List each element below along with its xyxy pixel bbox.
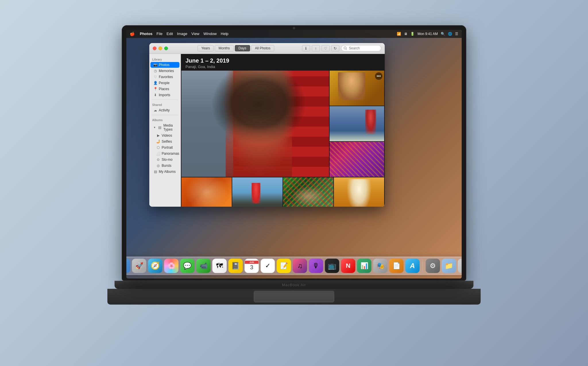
panoramas-icon: ⬜ [156, 152, 160, 156]
share-button[interactable]: ↑ [312, 45, 320, 51]
dock-app-numbers[interactable]: 📊 [357, 259, 372, 273]
media-types-icon: ▤ [158, 125, 162, 129]
dock-app-messages[interactable]: 💬 [180, 259, 195, 273]
dock-app-music[interactable]: ♫ [293, 259, 307, 273]
triangle-icon: ▼ [153, 126, 156, 129]
dock-app-photos[interactable]: 🌸 [164, 259, 179, 273]
photo-dancer[interactable] [334, 177, 384, 207]
dock-app-safari[interactable]: 🧭 [148, 259, 163, 273]
control-center-icon[interactable]: ☰ [455, 32, 458, 36]
sidebar-item-panoramas[interactable]: ⬜ Panoramas [150, 151, 179, 156]
search-input[interactable] [341, 45, 381, 51]
screen-mirror-icon: 🖥 [404, 32, 407, 36]
podcasts-icon: 🎙 [313, 262, 320, 270]
dock-app-reminders[interactable]: ✓ [261, 259, 275, 273]
photo-woman-balcony[interactable] [330, 106, 384, 141]
more-options-button[interactable]: ••• [375, 72, 382, 80]
dock-app-trash[interactable]: 🗑 [458, 259, 462, 273]
file-menu[interactable]: File [156, 32, 163, 36]
dock-app-podcasts[interactable]: 🎙 [309, 259, 323, 273]
photo-orange-woman[interactable] [181, 177, 232, 207]
siri-icon[interactable]: 🌐 [448, 32, 452, 36]
dock-app-systemprefs[interactable]: ⚙ [426, 259, 440, 273]
sidebar-media-types-label: Media Types [163, 123, 177, 131]
photo-colorful-wrap[interactable] [330, 142, 384, 177]
view-menu[interactable]: View [192, 32, 200, 36]
dock-app-news[interactable]: N [341, 259, 355, 273]
videos-icon: ▶ [156, 133, 160, 138]
dock-app-pages[interactable]: 📄 [389, 259, 404, 273]
sidebar-item-photos[interactable]: 📷 Photos [150, 62, 179, 68]
photos-dock-icon: 🌸 [167, 262, 175, 270]
sidebar-item-slo-mo[interactable]: ⊙ Slo-mo [150, 157, 179, 162]
sidebar: Library 📷 Photos ◷ Memories ♡ [149, 54, 181, 207]
sidebar-divider-1 [152, 100, 178, 100]
sidebar-item-media-types[interactable]: ▼ ▤ Media Types [150, 123, 179, 132]
sidebar-item-people[interactable]: 👤 People [150, 80, 179, 86]
dock-app-notes2[interactable]: 📝 [277, 259, 291, 273]
laptop-chin: MacBook Air [115, 281, 473, 289]
folder-icon: 📁 [445, 262, 453, 270]
dock-app-launchpad[interactable]: 🚀 [132, 259, 146, 273]
photo-colorful-hands[interactable] [283, 177, 333, 207]
app-name-menu[interactable]: Photos [140, 32, 152, 36]
photo-man-yellow[interactable]: ••• [330, 71, 384, 106]
main-content: Library 📷 Photos ◷ Memories ♡ [149, 54, 385, 207]
days-button[interactable]: Days [235, 45, 250, 51]
trackpad[interactable] [254, 291, 334, 302]
rotate-button[interactable]: ↻ [331, 45, 339, 51]
sidebar-item-my-albums[interactable]: ▤ My Albums [150, 169, 179, 175]
dock-app-facetime[interactable]: 📹 [196, 259, 211, 273]
sidebar-item-imports[interactable]: ⬇ Imports [150, 92, 179, 98]
dock-app-notes[interactable]: 📓 [229, 259, 243, 273]
maximize-button[interactable] [164, 47, 168, 50]
dock-app-appletv[interactable]: 📺 [325, 259, 339, 273]
sidebar-item-places[interactable]: 📍 Places [150, 86, 179, 92]
sidebar-item-portrait[interactable]: ⬡ Portrait [150, 145, 179, 150]
sidebar-portrait-label: Portrait [162, 146, 173, 150]
appletv-icon: 📺 [328, 262, 336, 270]
favorite-button[interactable]: ♡ [322, 45, 330, 51]
sidebar-item-videos[interactable]: ▶ Videos [150, 133, 179, 138]
dock-app-appstore[interactable]: A [405, 259, 420, 273]
edit-menu[interactable]: Edit [167, 32, 173, 36]
sidebar-bursts-label: Bursts [162, 164, 171, 168]
sidebar-selfies-label: Selfies [162, 140, 172, 144]
safari-icon: 🧭 [151, 261, 160, 270]
dock-app-maps[interactable]: 🗺 [212, 259, 227, 273]
window-menu[interactable]: Window [204, 32, 217, 36]
years-button[interactable]: Years [198, 45, 214, 51]
dock-app-finder[interactable]: 🖥 [126, 259, 130, 273]
memories-icon: ◷ [153, 69, 157, 73]
dock-app-folder[interactable]: 📁 [442, 259, 456, 273]
all-photos-button[interactable]: All Photos [251, 45, 274, 51]
systemprefs-icon: ⚙ [430, 262, 436, 270]
dock-app-calendar[interactable]: JUN 3 [245, 259, 259, 273]
photo-girl-red-rocks[interactable] [232, 177, 283, 207]
sidebar-item-memories[interactable]: ◷ Memories [150, 68, 179, 74]
sidebar-item-selfies[interactable]: 🤳 Selfies [150, 139, 179, 144]
minimize-button[interactable] [158, 47, 162, 50]
image-menu[interactable]: Image [177, 32, 187, 36]
apple-menu[interactable]: 🍎 [130, 32, 135, 36]
my-albums-icon: ▤ [153, 170, 157, 174]
news-icon: N [346, 262, 351, 270]
info-button[interactable]: ℹ [302, 45, 310, 51]
camera [293, 27, 295, 29]
main-photo[interactable] [181, 71, 329, 177]
sidebar-item-favorites[interactable]: ♡ Favorites [150, 74, 179, 80]
photo-grid[interactable]: June 1 – 2, 2019 Panaji, Goa, India [181, 54, 385, 207]
sidebar-item-bursts[interactable]: ◎ Bursts [150, 163, 179, 169]
screen-bezel: 🍎 Photos File Edit Image View Window Hel… [122, 25, 466, 281]
laptop: 🍎 Photos File Edit Image View Window Hel… [107, 25, 481, 341]
months-button[interactable]: Months [215, 45, 233, 51]
close-button[interactable] [153, 47, 156, 50]
numbers-icon: 📊 [360, 262, 368, 270]
sidebar-item-activity[interactable]: ☁ Activity [150, 107, 179, 113]
grid-top-row: ••• [181, 71, 385, 177]
help-menu[interactable]: Help [221, 32, 229, 36]
dock: 🖥 🚀 🧭 🌸 💬 [126, 257, 462, 275]
dock-app-keynote[interactable]: 🎭 [373, 259, 388, 273]
traffic-lights [153, 47, 168, 50]
spotlight-icon[interactable]: 🔍 [441, 32, 445, 36]
